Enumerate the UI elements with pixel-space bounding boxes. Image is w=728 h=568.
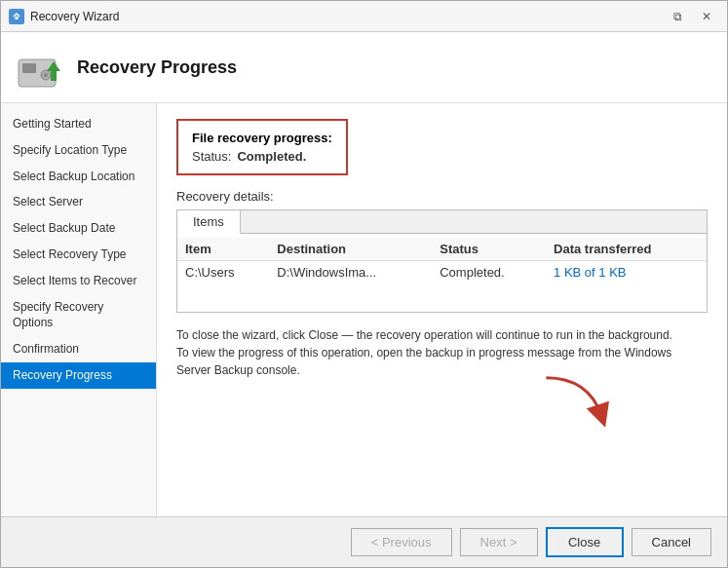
sidebar-item-confirmation[interactable]: Confirmation <box>1 336 156 362</box>
status-value: Completed. <box>237 149 306 164</box>
close-button[interactable]: Close <box>546 527 624 557</box>
cancel-button[interactable]: Cancel <box>632 528 711 556</box>
svg-rect-3 <box>22 63 36 73</box>
sidebar-item-specify-recovery-options[interactable]: Specify Recovery Options <box>1 294 156 337</box>
cell-status: Completed. <box>432 261 546 284</box>
cell-destination: D:\WindowsIma... <box>269 261 432 284</box>
col-item: Item <box>177 238 269 261</box>
red-arrow-icon <box>522 369 630 437</box>
col-status: Status <box>432 238 546 261</box>
arrow-area <box>176 379 708 428</box>
file-recovery-progress-label: File recovery progress: <box>192 131 332 145</box>
info-text: To close the wizard, click Close — the r… <box>176 326 708 379</box>
sidebar-item-select-items-to-recover[interactable]: Select Items to Recover <box>1 268 156 294</box>
window: Recovery Wizard ⧉ ✕ Recovery Progress G <box>0 0 728 568</box>
cell-item: C:\Users <box>177 261 269 284</box>
items-table: Item Destination Status Data transferred… <box>177 238 707 284</box>
header-icon <box>17 44 63 91</box>
sidebar-item-select-recovery-type[interactable]: Select Recovery Type <box>1 242 156 268</box>
sidebar-item-select-backup-date[interactable]: Select Backup Date <box>1 215 156 242</box>
tabs-header: Items <box>177 210 707 234</box>
main-panel: File recovery progress: Status: Complete… <box>157 103 727 516</box>
table-body-area: Item Destination Status Data transferred… <box>177 234 707 312</box>
svg-point-5 <box>44 73 48 77</box>
status-row: Status: Completed. <box>192 149 332 164</box>
previous-button[interactable]: < Previous <box>351 528 452 556</box>
status-box: File recovery progress: Status: Complete… <box>176 119 348 175</box>
footer: < Previous Next > Close Cancel <box>1 516 727 567</box>
header-area: Recovery Progress <box>1 32 727 103</box>
table-row: C:\Users D:\WindowsIma... Completed. 1 K… <box>177 261 707 284</box>
restore-button[interactable]: ⧉ <box>665 6 690 27</box>
page-title: Recovery Progress <box>77 57 237 78</box>
recovery-details-label: Recovery details: <box>176 189 708 204</box>
col-destination: Destination <box>269 238 432 261</box>
title-bar: Recovery Wizard ⧉ ✕ <box>1 1 727 32</box>
col-data-transferred: Data transferred <box>546 238 707 261</box>
tabs-container: Items Item Destination Status Data trans… <box>176 209 708 313</box>
app-icon <box>9 9 24 24</box>
sidebar-item-select-backup-location[interactable]: Select Backup Location <box>1 164 156 190</box>
sidebar-item-select-server[interactable]: Select Server <box>1 189 156 215</box>
svg-rect-1 <box>16 17 19 19</box>
content-area: Getting Started Specify Location Type Se… <box>1 103 727 516</box>
window-title: Recovery Wizard <box>30 10 119 23</box>
sidebar-item-specify-location-type[interactable]: Specify Location Type <box>1 137 156 164</box>
title-bar-controls: ⧉ ✕ <box>665 6 719 27</box>
close-button[interactable]: ✕ <box>694 6 719 27</box>
status-key: Status: <box>192 149 231 164</box>
title-bar-left: Recovery Wizard <box>9 9 119 24</box>
sidebar-item-getting-started[interactable]: Getting Started <box>1 111 156 137</box>
sidebar-item-recovery-progress[interactable]: Recovery Progress <box>1 362 156 389</box>
sidebar: Getting Started Specify Location Type Se… <box>1 103 157 516</box>
next-button[interactable]: Next > <box>460 528 538 556</box>
tab-items[interactable]: Items <box>177 210 241 234</box>
cell-data-transferred: 1 KB of 1 KB <box>546 261 707 284</box>
